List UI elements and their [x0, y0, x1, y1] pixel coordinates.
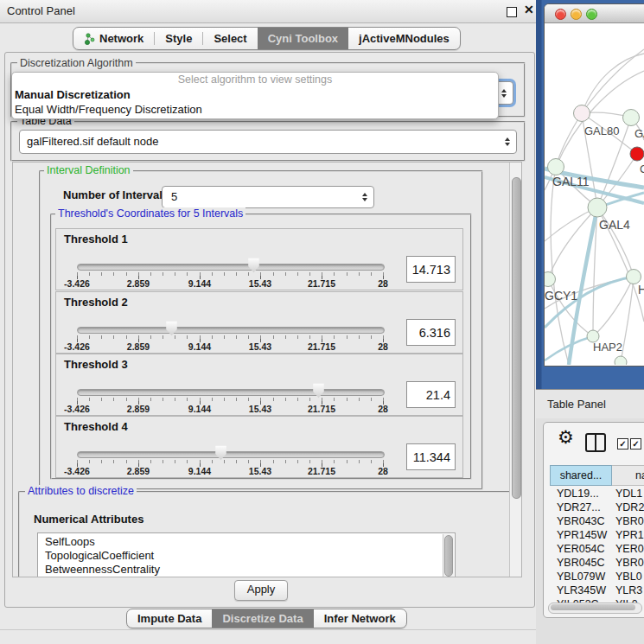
tick-marks: [77, 460, 384, 463]
network-node[interactable]: [623, 110, 640, 126]
control-panel-tabs: Network Style Select Cyni Toolbox jActiv…: [73, 27, 461, 50]
table-data-combobox[interactable]: galFiltered.sif default node: [19, 130, 517, 154]
float-window-icon[interactable]: [507, 7, 517, 17]
table-cell[interactable]: YBL0: [612, 570, 644, 583]
dropdown-option-manual[interactable]: Manual Discretization: [12, 87, 498, 102]
checkbox-icon[interactable]: ✓: [617, 438, 628, 450]
threshold-4-slider-track[interactable]: [77, 451, 385, 458]
tab-network[interactable]: Network: [73, 28, 154, 49]
mac-minimize-icon[interactable]: [571, 9, 582, 20]
threshold-3-label: Threshold 3: [64, 358, 128, 371]
list-item[interactable]: SelfLoops: [38, 535, 455, 549]
tab-cyni-toolbox[interactable]: Cyni Toolbox: [258, 28, 348, 49]
combo-arrows-icon: [362, 193, 367, 201]
threshold-2-slider-thumb[interactable]: [165, 321, 178, 336]
threshold-1-slider-thumb[interactable]: [247, 258, 260, 273]
window-title: Control Panel: [7, 0, 75, 22]
table-cell[interactable]: YLR3: [612, 583, 644, 597]
node-label-cut: GA: [634, 127, 644, 140]
threshold-2-value-field[interactable]: 6.316: [406, 319, 456, 346]
threshold-1-value-field[interactable]: 14.713: [406, 256, 456, 283]
table-cell[interactable]: YDL19...: [550, 487, 612, 501]
scale-label: 2.859: [127, 466, 150, 476]
threshold-1-label: Threshold 1: [64, 233, 128, 245]
scale-label: 21.715: [308, 466, 335, 476]
scale-label: 9.144: [188, 466, 211, 476]
table-horizontal-scrollbar[interactable]: [548, 603, 642, 614]
mac-close-icon[interactable]: [555, 9, 566, 20]
attributes-group-title: Attributes to discretize: [25, 485, 137, 497]
list-scrollbar-thumb[interactable]: [444, 535, 453, 577]
apply-button[interactable]: Apply: [234, 580, 288, 601]
gear-icon[interactable]: ⚙: [558, 429, 574, 446]
scale-label: -3.426: [64, 466, 90, 476]
table-cell[interactable]: YPR145W: [550, 528, 612, 542]
checkbox-icon[interactable]: ✓: [630, 438, 641, 450]
table-cell[interactable]: YPR1: [612, 528, 644, 542]
tab-impute-data[interactable]: Impute Data: [127, 609, 212, 628]
threshold-1-slider-track[interactable]: [77, 264, 385, 271]
list-item[interactable]: BetweennessCentrality: [38, 563, 455, 577]
network-node-selected-red[interactable]: [630, 147, 644, 161]
split-columns-icon[interactable]: [585, 433, 606, 452]
network-canvas[interactable]: GAL80 GA C GAL11 GAL4 GCY1 H HAP2: [545, 23, 644, 365]
dropdown-prompt: Select algorithm to view settings: [12, 73, 498, 87]
table-cell[interactable]: YER0: [612, 542, 644, 556]
algorithm-dropdown-popup: Select algorithm to view settings Manual…: [11, 72, 499, 119]
column-header-shared-name[interactable]: shared...: [550, 465, 612, 486]
mac-zoom-icon[interactable]: [586, 9, 597, 20]
threshold-3-slider-thumb[interactable]: [312, 383, 325, 399]
threshold-1-panel: Threshold 1 -3.426 2.859 9.144 15.43 21.…: [55, 228, 463, 290]
network-node[interactable]: [615, 356, 627, 365]
table-cell[interactable]: YBR045C: [550, 556, 612, 570]
table-cell[interactable]: YLR345W: [550, 583, 612, 597]
network-node-gal11[interactable]: [548, 159, 564, 175]
table-cell[interactable]: YER054C: [550, 542, 612, 556]
table-cell[interactable]: YDR2: [612, 501, 644, 514]
table-panel-container: ⚙ ✓ ✓ shared... na YDL19... YDL1 YDR27..…: [543, 422, 644, 618]
network-node-gcy1[interactable]: [545, 272, 556, 287]
threshold-4-slider-thumb[interactable]: [214, 445, 227, 461]
number-of-intervals-label: Number of Intervals: [63, 188, 169, 201]
scale-label: 15.43: [249, 404, 271, 414]
table-horizontal-scrollbar-thumb[interactable]: [551, 604, 635, 610]
list-scrollbar[interactable]: [443, 534, 454, 577]
node-label-hap2: HAP2: [593, 341, 622, 354]
network-node-gal4[interactable]: [588, 198, 607, 217]
scale-label: 28: [378, 278, 388, 289]
scale-label: -3.426: [64, 341, 90, 352]
node-label-gal11: GAL11: [552, 175, 590, 188]
threshold-3-value-field[interactable]: 21.4: [406, 381, 456, 408]
settings-scrollbar[interactable]: [509, 163, 522, 577]
tab-discretize-data[interactable]: Discretize Data: [212, 609, 313, 628]
network-node-gal80[interactable]: [574, 105, 590, 122]
dropdown-option-equal-width[interactable]: Equal Width/Frequency Discretization: [12, 102, 498, 117]
threshold-3-slider-track[interactable]: [77, 389, 385, 396]
tab-jactivemnodules[interactable]: jActiveMNodules: [348, 28, 460, 49]
numerical-attributes-header: Numerical Attributes: [34, 513, 143, 526]
tab-style[interactable]: Style: [155, 28, 202, 49]
close-icon[interactable]: ✕: [524, 3, 534, 16]
scale-label: -3.426: [64, 278, 90, 289]
table-cell[interactable]: YDR27...: [550, 501, 612, 514]
scale-label: 2.859: [127, 341, 150, 352]
network-node[interactable]: [627, 270, 641, 284]
threshold-2-slider-track[interactable]: [77, 327, 385, 334]
table-cell[interactable]: YDL1: [612, 487, 644, 501]
table-cell[interactable]: YBR0: [612, 556, 644, 570]
combo-arrows-icon: [505, 137, 510, 146]
thresholds-group-title: Threshold's Coordinates for 5 Intervals: [55, 207, 245, 220]
network-window-titlebar[interactable]: [545, 4, 644, 23]
tick-marks: [77, 398, 384, 401]
table-cell[interactable]: YBR043C: [550, 514, 612, 528]
threshold-4-value-field[interactable]: 11.344: [406, 443, 456, 470]
network-tree-icon: [84, 33, 95, 45]
settings-scrollbar-thumb[interactable]: [512, 177, 521, 499]
tab-infer-network[interactable]: Infer Network: [314, 609, 406, 628]
table-cell[interactable]: YBL079W: [550, 570, 612, 583]
table-cell[interactable]: YBR0: [612, 514, 644, 528]
tab-select[interactable]: Select: [203, 28, 257, 49]
list-item[interactable]: TopologicalCoefficient: [38, 549, 455, 563]
number-of-intervals-combobox[interactable]: 5: [162, 186, 374, 208]
column-header-name[interactable]: na: [612, 465, 644, 486]
